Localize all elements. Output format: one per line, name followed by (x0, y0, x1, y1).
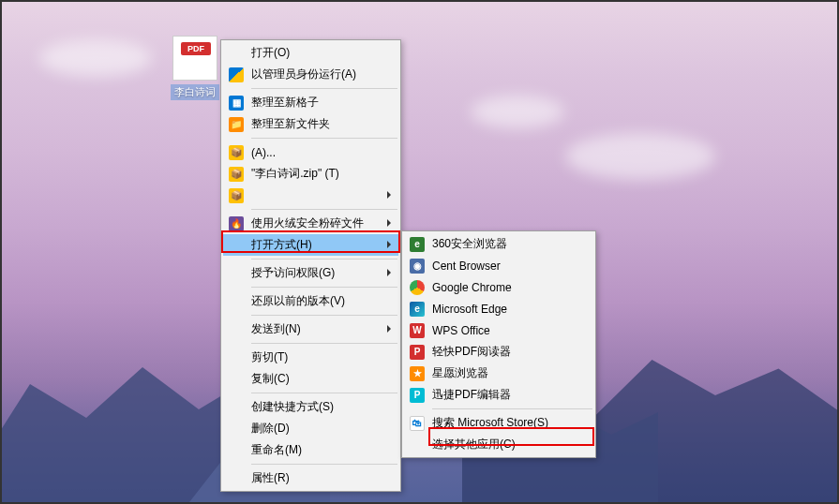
openwith-xunjie-pdf[interactable]: P 迅捷PDF编辑器 (404, 384, 593, 406)
store-icon: 🛍 (410, 416, 425, 431)
menu-run-as-admin[interactable]: 以管理员身份运行(A) (223, 64, 398, 85)
menu-archive-zip[interactable]: 📦 "李白诗词.zip" (T) (223, 163, 398, 185)
file-label: 李白诗词 (171, 84, 219, 100)
openwith-qingkuai-pdf[interactable]: P 轻快PDF阅读器 (404, 341, 593, 363)
chevron-right-icon (385, 240, 393, 250)
menu-send-to[interactable]: 发送到(N) (223, 319, 398, 340)
openwith-xingyuan[interactable]: ★ 星愿浏览器 (404, 363, 593, 384)
openwith-cent[interactable]: ◉ Cent Browser (404, 255, 593, 276)
pdf-reader-icon: P (410, 345, 425, 360)
openwith-chrome[interactable]: Google Chrome (404, 276, 593, 298)
star-browser-icon: ★ (410, 366, 425, 381)
menu-restore-prev[interactable]: 还原以前的版本(V) (223, 290, 398, 312)
browser-360-icon: e (410, 237, 425, 252)
chrome-icon (410, 280, 425, 295)
menu-rename[interactable]: 重命名(M) (223, 439, 398, 461)
menu-grant-access[interactable]: 授予访问权限(G) (223, 262, 398, 284)
desktop-file-pdf[interactable]: PDF 李白诗词 (171, 36, 219, 100)
archive-icon: 📦 (229, 145, 244, 160)
menu-separator (251, 209, 397, 210)
menu-open[interactable]: 打开(O) (223, 42, 398, 64)
edge-icon: e (410, 302, 425, 317)
file-thumbnail: PDF (172, 36, 217, 81)
menu-cut[interactable]: 剪切(T) (223, 347, 398, 368)
pdf-badge: PDF (181, 42, 211, 55)
pdf-editor-icon: P (410, 388, 425, 403)
folder-plus-icon: 📁 (229, 117, 244, 132)
menu-separator (251, 287, 397, 288)
chevron-right-icon (385, 190, 393, 200)
menu-tidy-grid[interactable]: ▦ 整理至新格子 (223, 92, 398, 113)
menu-shred[interactable]: 🔥 使用火绒安全粉碎文件 (223, 213, 398, 234)
menu-separator (251, 138, 397, 139)
menu-separator (251, 259, 397, 259)
menu-separator (251, 393, 397, 393)
menu-create-shortcut[interactable]: 创建快捷方式(S) (223, 396, 398, 418)
zip-icon: 📦 (229, 167, 244, 182)
menu-copy[interactable]: 复制(C) (223, 368, 398, 390)
chevron-right-icon (385, 268, 393, 278)
openwith-wps[interactable]: W WPS Office (404, 319, 593, 341)
wps-icon: W (410, 323, 425, 338)
menu-separator (432, 408, 592, 409)
context-menu: 打开(O) 以管理员身份运行(A) ▦ 整理至新格子 📁 整理至新文件夹 📦 (… (220, 39, 401, 492)
menu-properties[interactable]: 属性(R) (223, 467, 398, 489)
menu-separator (251, 464, 397, 465)
menu-archive-a[interactable]: 📦 (A)... (223, 141, 398, 163)
shield-icon (229, 67, 244, 82)
menu-separator (251, 315, 397, 316)
shred-icon: 🔥 (229, 216, 244, 231)
openwith-search-store[interactable]: 🛍 搜索 Microsoft Store(S) (404, 412, 593, 434)
menu-tidy-folder[interactable]: 📁 整理至新文件夹 (223, 113, 398, 135)
cent-browser-icon: ◉ (410, 259, 425, 274)
openwith-360[interactable]: e 360安全浏览器 (404, 233, 593, 255)
menu-open-with[interactable]: 打开方式(H) (223, 234, 398, 256)
chevron-right-icon (385, 218, 393, 229)
menu-submenu-blank[interactable]: 📦 (223, 185, 398, 206)
menu-delete[interactable]: 删除(D) (223, 418, 398, 439)
grid-icon: ▦ (229, 96, 244, 111)
archive-icon: 📦 (229, 188, 244, 203)
menu-separator (251, 343, 397, 344)
openwith-edge[interactable]: e Microsoft Edge (404, 298, 593, 319)
chevron-right-icon (385, 324, 393, 334)
openwith-choose-other[interactable]: 选择其他应用(C) (404, 434, 593, 455)
menu-separator (251, 88, 397, 89)
open-with-submenu: e 360安全浏览器 ◉ Cent Browser Google Chrome … (401, 230, 596, 458)
